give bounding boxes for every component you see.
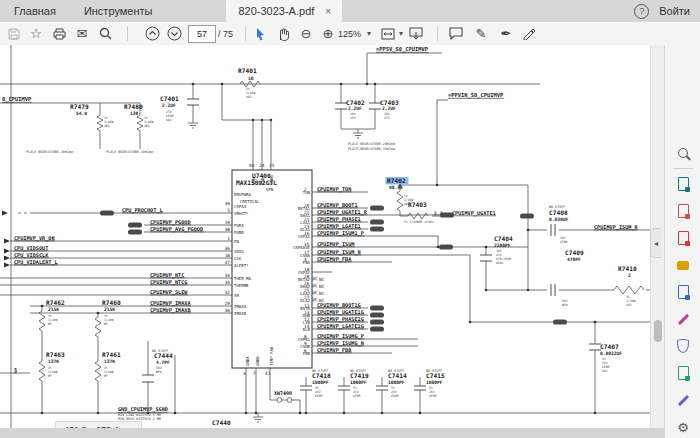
tab-tools[interactable]: Инструменты xyxy=(70,0,167,22)
schematic-label: NC xyxy=(319,298,325,303)
schematic-label: 0201 xyxy=(496,261,504,265)
star-icon[interactable]: ☆ xyxy=(28,22,44,45)
schematic-label: CSPA2 xyxy=(298,270,311,275)
zoom-out-icon[interactable]: ⊖ xyxy=(298,22,314,45)
tool-combine-files-icon[interactable] xyxy=(674,284,692,300)
close-tab-icon[interactable]: × xyxy=(322,6,334,17)
schematic-label: C7402 xyxy=(346,99,365,106)
tool-create-pdf-icon[interactable] xyxy=(674,230,692,246)
schematic-label: PLACE_NEAR=U7400,24±2mm xyxy=(348,142,395,146)
off-page-flag xyxy=(370,326,384,331)
schematic-label: C7404 xyxy=(494,235,513,242)
document-tab[interactable]: 820-3023-A.pdf × xyxy=(226,0,342,22)
schematic-label: 7 xyxy=(253,371,256,376)
tool-fill-sign-icon[interactable] xyxy=(674,311,692,327)
schematic-label: 5% 1/16WMF-LF402 xyxy=(404,220,434,224)
schematic-label: 36 xyxy=(225,246,231,251)
schematic-label: 402 xyxy=(166,118,172,122)
fit-width-caret-icon[interactable]: ▾ xyxy=(396,22,406,45)
schematic-label: R7410 xyxy=(618,265,637,272)
schematic-label: 130 xyxy=(130,111,139,116)
schematic-label: 1000PF xyxy=(312,380,329,385)
page-number-input[interactable]: 57 xyxy=(188,25,216,43)
schematic-label: MF xyxy=(104,322,108,326)
schematic-label: CSPA1 xyxy=(298,234,311,239)
page-total-label: / 75 xyxy=(218,22,233,45)
schematic-label: 54.9 xyxy=(76,111,87,116)
schematic-label: R7402 xyxy=(387,177,406,184)
schematic-label: 30 xyxy=(225,308,231,313)
schematic-label: THERMB xyxy=(234,283,249,288)
schematic-label: NC xyxy=(319,284,325,289)
zoom-in-icon[interactable]: ⊕ xyxy=(320,22,336,45)
schematic-label: 5 xyxy=(14,367,17,373)
fill-sign-icon[interactable] xyxy=(521,22,537,45)
schematic-label: 1000PF xyxy=(426,380,443,385)
schematic-label: 1000PF xyxy=(388,380,405,385)
pencil-icon[interactable]: ✎ xyxy=(473,22,489,45)
select-tool-icon[interactable] xyxy=(252,22,268,45)
scroll-mode-icon[interactable] xyxy=(408,22,424,45)
pdf-page-canvas[interactable]: =PP5V_S0_CPUIMVP=PPVIN_S0_CPUIMVP0_CPUIM… xyxy=(0,45,650,428)
vertical-scrollbar-thumb[interactable] xyxy=(654,320,662,342)
schematic-label: 18 xyxy=(225,253,231,258)
hand-tool-icon[interactable] xyxy=(275,22,291,45)
schematic-label: ALERT* xyxy=(234,263,249,268)
schematic-label: LXA2 xyxy=(300,291,310,296)
next-page-icon[interactable] xyxy=(166,22,182,45)
tool-search-icon[interactable] xyxy=(674,145,692,161)
schematic-label: C7401 xyxy=(160,95,179,102)
schematic-label: R7403 xyxy=(408,201,427,208)
schematic-label: 34 xyxy=(225,280,231,285)
schematic-label: DLB xyxy=(303,327,311,332)
main-area: =PP5V_S0_CPUIMVP=PPVIN_S0_CPUIMVP0_CPUIM… xyxy=(0,45,700,438)
signin-button[interactable]: Войти xyxy=(659,5,690,17)
schematic-label: R7401 xyxy=(238,67,257,74)
search-icon[interactable] xyxy=(97,22,113,45)
schematic-label: GNDB xyxy=(255,356,260,366)
schematic-label: CSPB1 xyxy=(298,337,311,342)
tool-measure-icon[interactable] xyxy=(674,392,692,408)
schematic-label: R7461 xyxy=(102,351,121,358)
tab-home[interactable]: Главная xyxy=(0,0,70,22)
schematic-label: C7408 xyxy=(549,209,568,216)
sign-pen-icon[interactable]: ✒ xyxy=(498,22,514,45)
zoom-level-value[interactable]: 125% xyxy=(338,22,361,45)
schematic-label: CSNA xyxy=(300,253,310,258)
schematic-label: VDIO xyxy=(234,249,244,254)
tool-more-tools-icon[interactable]: ⚙ xyxy=(674,419,692,435)
input-arrows xyxy=(2,211,10,268)
zoom-caret-icon[interactable]: ▾ xyxy=(364,22,374,45)
print-icon[interactable] xyxy=(51,22,67,45)
schematic-label: TON xyxy=(303,190,311,195)
page-dimensions-badge: 431,8 x 279,4 мм xyxy=(55,421,142,428)
schematic-label: CSPA3 xyxy=(234,204,247,209)
schematic-label: VRHOT* xyxy=(234,211,249,216)
schematic-label: BSTB xyxy=(300,306,310,311)
previous-page-icon[interactable] xyxy=(144,22,160,45)
schematic-label: 41 xyxy=(265,371,271,376)
tool-scan-ocr-icon[interactable] xyxy=(674,365,692,381)
schematic-label: 201 xyxy=(144,124,150,128)
schematic-label: FBB xyxy=(303,351,311,356)
schematic-label: DHA2 xyxy=(300,284,310,289)
save-icon[interactable] xyxy=(6,22,22,45)
tool-protect-icon[interactable] xyxy=(674,338,692,354)
schematic-label: C7403 xyxy=(380,99,399,106)
tool-export-pdf-icon[interactable] xyxy=(674,176,692,192)
schematic-label: VDD xyxy=(251,177,256,185)
email-icon[interactable]: ✉ xyxy=(74,22,90,45)
help-icon[interactable]: ? xyxy=(634,4,649,19)
schematic-label: 470PF xyxy=(567,257,581,262)
schematic-label: EN xyxy=(234,239,239,244)
fit-width-icon[interactable] xyxy=(380,22,396,45)
off-page-flag xyxy=(370,319,384,324)
tool-organize-pages-icon[interactable] xyxy=(674,203,692,219)
sidebar-collapse-handle[interactable]: ◂ xyxy=(650,228,661,258)
schematic-label: CERM xyxy=(560,240,568,244)
schematic-label: 10 xyxy=(248,76,254,81)
tool-comments-icon[interactable] xyxy=(674,257,692,273)
comment-icon[interactable] xyxy=(448,22,464,45)
off-page-flag xyxy=(128,222,142,227)
off-page-flag xyxy=(128,229,142,234)
